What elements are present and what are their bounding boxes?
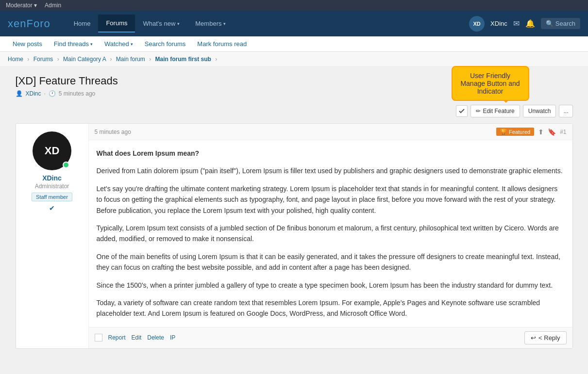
post-para-2: Derived from Latin dolorem ipsum ("pain … xyxy=(97,165,565,176)
mail-icon[interactable]: ✉ xyxy=(513,19,520,28)
header-username: XDinc xyxy=(490,20,507,27)
watched-link[interactable]: Watched ▾ xyxy=(100,36,138,51)
post-header-right: 🏆 Featured ⬆ 🔖 #1 xyxy=(496,128,566,136)
verify-icon: ✔ xyxy=(49,204,55,212)
post-number: #1 xyxy=(560,129,566,135)
post-para-3: Let's say you're drafting the ultimate c… xyxy=(97,183,565,216)
delete-link[interactable]: Delete xyxy=(147,334,164,341)
moderator-caret-icon: ▾ xyxy=(34,2,37,9)
breadcrumb-sep-1: › xyxy=(27,56,29,63)
nav-forums[interactable]: Forums xyxy=(98,15,135,33)
more-actions-button[interactable]: ... xyxy=(559,105,572,117)
mark-forums-read-link[interactable]: Mark forums read xyxy=(192,36,252,51)
ip-link[interactable]: IP xyxy=(170,334,175,341)
bookmark-icon[interactable]: 🔖 xyxy=(548,128,556,136)
user-icon: 👤 xyxy=(16,90,23,97)
post-time: 5 minutes ago xyxy=(95,129,131,135)
post-role: Administrator xyxy=(35,183,69,190)
search-forums-link[interactable]: Search forums xyxy=(140,36,191,51)
watched-caret-icon: ▾ xyxy=(131,42,133,47)
post-para-7: Today, a variety of software can create … xyxy=(97,297,565,319)
breadcrumb-sep-2: › xyxy=(57,56,59,63)
tooltip-bubble: User Friendly Manage Button and Indicato… xyxy=(452,66,529,101)
page-content: [XD] Feature Threads 👤 XDinc · 🕐 5 minut… xyxy=(8,67,581,364)
staff-member-badge[interactable]: Staff member xyxy=(32,193,72,201)
breadcrumb-sep-4: › xyxy=(149,56,151,63)
post-body: What does Lorem Ipsum mean? Derived from… xyxy=(89,140,572,327)
post-para-5: One of the main benefits of using Lorem … xyxy=(97,251,565,273)
share-icon[interactable]: ⬆ xyxy=(538,128,544,136)
reply-icon: ↩ xyxy=(531,334,536,341)
thread-actions: User Friendly Manage Button and Indicato… xyxy=(16,105,573,117)
find-threads-link[interactable]: Find threads ▾ xyxy=(49,36,98,51)
post-para-4: Typically, Lorem Ipsum text consists of … xyxy=(97,223,565,244)
site-header: xenForo Home Forums What's new ▾ Members… xyxy=(0,11,588,36)
post-sidebar: XD XDinc Administrator Staff member ✔ xyxy=(16,124,89,348)
find-threads-caret-icon: ▾ xyxy=(90,42,93,47)
feature-checkbox[interactable] xyxy=(456,105,468,117)
search-button[interactable]: 🔍 Search xyxy=(541,18,580,29)
featured-badge: 🏆 Featured xyxy=(496,128,534,136)
edit-icon: ✏ xyxy=(476,108,481,114)
checkmark-icon xyxy=(458,108,465,114)
whats-new-caret-icon: ▾ xyxy=(177,21,180,26)
sub-nav: New posts Find threads ▾ Watched ▾ Searc… xyxy=(0,36,588,52)
post-footer-left: Report Edit Delete IP xyxy=(95,334,176,341)
logo-foro: Foro xyxy=(26,17,50,30)
main-nav: Home Forums What's new ▾ Members ▾ xyxy=(66,15,234,33)
site-logo[interactable]: xenForo xyxy=(8,17,50,30)
header-right: XD XDinc ✉ 🔔 🔍 Search xyxy=(469,16,580,32)
online-indicator xyxy=(63,162,69,168)
search-icon: 🔍 xyxy=(546,20,554,27)
unwatch-button[interactable]: Unwatch xyxy=(523,105,556,117)
breadcrumb-main-forum[interactable]: Main forum xyxy=(116,56,145,63)
report-link[interactable]: Report xyxy=(108,334,126,341)
thread-author[interactable]: XDinc xyxy=(26,90,41,97)
post-select-checkbox[interactable] xyxy=(95,334,102,341)
breadcrumb-forums[interactable]: Forums xyxy=(34,56,53,63)
breadcrumb-main-category[interactable]: Main Category A xyxy=(63,56,106,63)
reply-button[interactable]: ↩ < Reply xyxy=(524,331,566,344)
breadcrumb: Home › Forums › Main Category A › Main f… xyxy=(0,52,588,67)
breadcrumb-sep-5: › xyxy=(215,56,217,63)
moderator-label: Moderator xyxy=(6,2,33,9)
user-avatar[interactable]: XD xyxy=(469,16,485,32)
edit-link[interactable]: Edit xyxy=(132,334,142,341)
breadcrumb-current: Main forum first sub xyxy=(155,56,211,63)
post-container: XD XDinc Administrator Staff member ✔ 5 … xyxy=(16,123,573,349)
post-main: 5 minutes ago 🏆 Featured ⬆ 🔖 #1 What doe… xyxy=(89,124,572,348)
nav-members[interactable]: Members ▾ xyxy=(187,15,234,32)
breadcrumb-sep-3: › xyxy=(110,56,112,63)
moderator-menu[interactable]: Moderator ▾ xyxy=(6,2,37,9)
bell-icon[interactable]: 🔔 xyxy=(525,19,535,28)
clock-icon: 🕐 xyxy=(49,90,56,97)
post-header: 5 minutes ago 🏆 Featured ⬆ 🔖 #1 xyxy=(89,124,572,140)
admin-bar: Moderator ▾ Admin xyxy=(0,0,588,11)
logo-xen: xen xyxy=(8,17,26,30)
edit-feature-button[interactable]: ✏ Edit Feature xyxy=(470,105,520,117)
trophy-icon: 🏆 xyxy=(500,129,507,135)
members-caret-icon: ▾ xyxy=(223,21,226,26)
post-para-6: Since the 1500's, when a printer jumbled… xyxy=(97,280,565,291)
avatar: XD xyxy=(33,131,71,170)
thread-time: 5 minutes ago xyxy=(59,90,95,97)
admin-link[interactable]: Admin xyxy=(45,2,61,9)
post-footer: Report Edit Delete IP ↩ < Reply xyxy=(89,327,572,348)
breadcrumb-home[interactable]: Home xyxy=(8,56,23,63)
post-username[interactable]: XDinc xyxy=(42,174,62,182)
nav-home[interactable]: Home xyxy=(66,15,99,32)
post-para-1: What does Lorem Ipsum mean? xyxy=(97,148,565,159)
new-posts-link[interactable]: New posts xyxy=(8,36,47,51)
nav-whats-new[interactable]: What's new ▾ xyxy=(135,15,187,32)
